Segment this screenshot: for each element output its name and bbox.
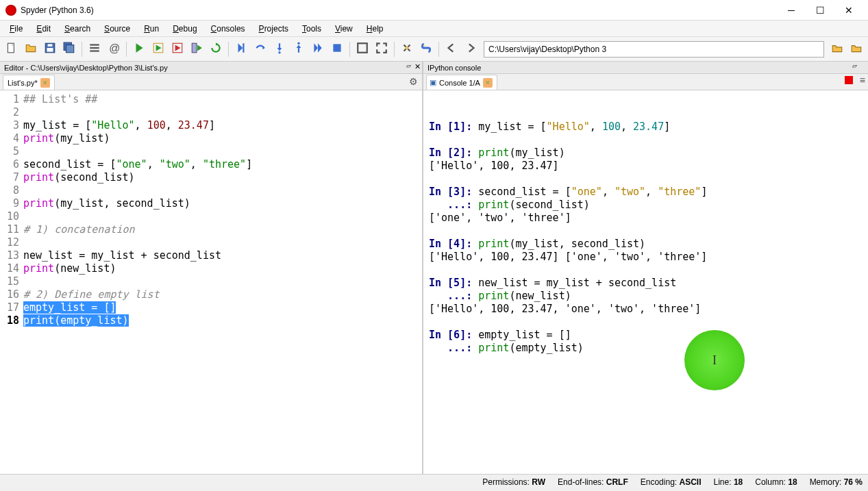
code-area[interactable]: ## List's ##my_list = ["Hello", 100, 23.…	[22, 90, 422, 474]
run-cell-icon	[152, 42, 164, 56]
code-line[interactable]	[23, 184, 421, 197]
svg-rect-12	[192, 43, 197, 53]
back-button[interactable]	[443, 40, 460, 58]
step-over-button[interactable]	[251, 40, 269, 58]
console-output[interactable]: In [1]: my_list = ["Hello", 100, 23.47] …	[429, 121, 863, 368]
run-selection-button[interactable]	[188, 40, 206, 58]
code-line[interactable]	[23, 210, 421, 223]
status-line: Line: 18	[714, 477, 743, 487]
file-tab-close-icon[interactable]: ✕	[40, 78, 50, 88]
save-file-button[interactable]	[41, 40, 59, 58]
pane-close-icon[interactable]: ✕	[414, 62, 421, 71]
back-icon	[445, 42, 458, 56]
line-number: 17	[0, 301, 19, 314]
fullscreen-button[interactable]	[373, 40, 390, 58]
console-options-icon[interactable]: ≡	[860, 75, 865, 86]
console-tab-bar: ▣ Console 1/A ✕ ≡	[423, 74, 868, 90]
run-button[interactable]	[130, 40, 148, 58]
code-line[interactable]: print(second_list)	[23, 171, 421, 184]
code-line[interactable]: ## List's ##	[23, 93, 421, 106]
menu-projects[interactable]: Projects	[252, 22, 295, 36]
code-line[interactable]: print(empty_list)	[23, 314, 421, 327]
menu-file[interactable]: File	[3, 22, 29, 36]
editor-options-icon[interactable]: ⚙	[409, 76, 418, 87]
at-symbol-button[interactable]: @	[105, 40, 123, 58]
code-line[interactable]: empty_list = []	[23, 301, 421, 314]
open-file-button[interactable]	[22, 40, 40, 58]
spyder-logo-icon	[5, 5, 16, 16]
parent-dir-button[interactable]	[847, 40, 865, 58]
stop-icon	[331, 42, 343, 56]
code-line[interactable]: # 2) Define empty list	[23, 288, 421, 301]
line-number: 5	[0, 145, 19, 158]
code-line[interactable]: print(my_list, second_list)	[23, 197, 421, 210]
menu-run[interactable]: Run	[137, 22, 166, 36]
code-line[interactable]	[23, 275, 421, 288]
maximize-button[interactable]	[354, 40, 371, 58]
run-cell-advance-button[interactable]	[169, 40, 186, 58]
code-line[interactable]	[23, 145, 421, 158]
line-number: 3	[0, 119, 19, 132]
forward-button[interactable]	[462, 40, 480, 58]
preferences-button[interactable]	[398, 40, 416, 58]
editor-pane-title-text: Editor - C:\Users\vijay\Desktop\Python 3…	[4, 64, 168, 72]
code-line[interactable]: new_list = my_list + second_list	[23, 249, 421, 262]
titlebar: Spyder (Python 3.6) ─ ☐ ✕	[0, 0, 868, 21]
step-out-button[interactable]	[290, 40, 308, 58]
menu-consoles[interactable]: Consoles	[204, 22, 252, 36]
ipython-console[interactable]: In [1]: my_list = ["Hello", 100, 23.47] …	[423, 90, 868, 474]
open-file-icon	[25, 42, 37, 56]
close-button[interactable]: ✕	[835, 1, 863, 20]
code-line[interactable]: print(new_list)	[23, 262, 421, 275]
status-permissions: Permissions: RW	[482, 477, 545, 487]
minimize-button[interactable]: ─	[778, 1, 805, 20]
step-in-button[interactable]	[271, 40, 288, 58]
code-line[interactable]: # 1) concatenation	[23, 223, 421, 236]
code-line[interactable]	[23, 106, 421, 119]
browse-dir-button[interactable]	[828, 40, 846, 58]
svg-rect-16	[333, 44, 340, 51]
new-file-button[interactable]	[3, 40, 21, 58]
code-line[interactable]: print(my_list)	[23, 132, 421, 145]
code-line[interactable]	[23, 236, 421, 249]
line-number: 15	[0, 275, 19, 288]
working-directory-input[interactable]	[484, 41, 824, 58]
pane-maximize-icon[interactable]: ▱	[852, 62, 857, 69]
menu-help[interactable]: Help	[360, 22, 390, 36]
menu-source[interactable]: Source	[97, 22, 137, 36]
code-line[interactable]: second_list = ["one", "two", "three"]	[23, 158, 421, 171]
save-all-button[interactable]	[60, 40, 78, 58]
debug-button[interactable]	[232, 40, 250, 58]
stop-button[interactable]	[328, 40, 346, 58]
menu-edit[interactable]: Edit	[29, 22, 58, 36]
line-number: 10	[0, 210, 19, 223]
svg-rect-2	[47, 48, 53, 52]
menu-search[interactable]: Search	[58, 22, 97, 36]
run-cell-button[interactable]	[149, 40, 167, 58]
menu-debug[interactable]: Debug	[166, 22, 203, 36]
console-pane-title-text: IPython console	[427, 64, 481, 72]
line-number: 18	[0, 314, 19, 327]
console-tab[interactable]: ▣ Console 1/A ✕	[426, 75, 497, 90]
code-editor[interactable]: 123456789101112131415161718 ## List's ##…	[0, 90, 422, 474]
python-path-button[interactable]	[417, 40, 435, 58]
save-all-icon	[63, 42, 75, 56]
python-path-icon	[420, 42, 432, 56]
menu-view[interactable]: View	[328, 22, 360, 36]
file-tab[interactable]: List's.py* ✕	[3, 75, 55, 90]
toolbar-separator	[394, 42, 395, 57]
kernel-stop-button[interactable]	[845, 76, 853, 84]
menu-tools[interactable]: Tools	[295, 22, 328, 36]
svg-point-15	[297, 42, 299, 45]
code-line[interactable]: my_list = ["Hello", 100, 23.47]	[23, 119, 421, 132]
line-number: 4	[0, 132, 19, 145]
outline-button[interactable]	[86, 40, 103, 58]
line-number: 7	[0, 171, 19, 184]
rerun-button[interactable]	[207, 40, 225, 58]
browse-dir-icon	[831, 42, 843, 56]
maximize-button[interactable]: ☐	[806, 1, 834, 20]
continue-button[interactable]	[309, 40, 327, 58]
console-tab-close-icon[interactable]: ✕	[483, 78, 493, 88]
svg-text:@: @	[109, 42, 120, 54]
pane-maximize-icon[interactable]: ▱	[406, 62, 411, 69]
